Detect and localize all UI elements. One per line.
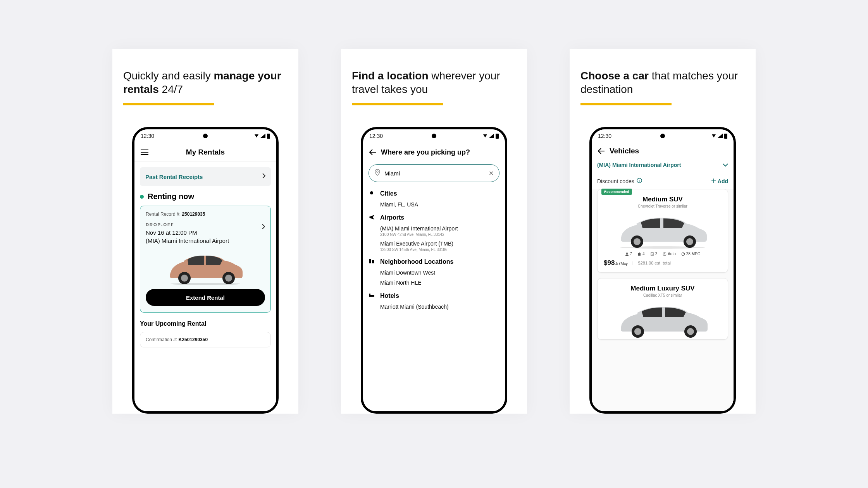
statusbar-time: 12:30 xyxy=(141,133,154,139)
info-icon[interactable]: i xyxy=(637,178,642,184)
signal-icon xyxy=(717,134,723,138)
svg-point-4 xyxy=(170,283,240,285)
wifi-icon xyxy=(712,134,716,137)
discount-label: Discount codes xyxy=(597,178,634,184)
spec-value: 4 xyxy=(642,252,645,256)
panel2-headline: Find a location wherever your travel tak… xyxy=(352,69,516,96)
camera-dot xyxy=(432,134,436,138)
dropoff-label: DROP-OFF xyxy=(146,222,229,227)
svg-point-6 xyxy=(370,191,373,194)
signal-icon xyxy=(489,134,494,138)
svg-point-16 xyxy=(686,238,693,245)
battery-icon xyxy=(496,134,499,139)
dropoff-when: Nov 16 at 12:00 PM xyxy=(146,229,229,236)
screen-title: Where are you picking up? xyxy=(376,148,499,156)
result-text: Miami North HLE xyxy=(380,280,499,286)
battery-icon xyxy=(724,134,727,139)
svg-rect-8 xyxy=(372,260,374,263)
vehicle-title: Medium Luxury SUV xyxy=(598,278,728,292)
vehicles-list: Recommended Medium SUV Chevrolet Travers… xyxy=(592,189,734,411)
headline-text-pre: Quickly and easily xyxy=(123,70,214,82)
current-rental-card[interactable]: Rental Record #: 250129035 DROP-OFF Nov … xyxy=(140,206,271,313)
chevron-right-icon xyxy=(262,173,265,180)
screen-title: Vehicles xyxy=(605,147,727,155)
back-arrow-icon[interactable] xyxy=(598,148,605,154)
category-label: Neighborhood Locations xyxy=(380,258,453,265)
svg-point-18 xyxy=(626,253,628,254)
search-field-wrap[interactable]: ✕ xyxy=(369,164,499,182)
statusbar: 12:30 xyxy=(134,129,276,143)
marketing-panel-3: Choose a car that matches your destinati… xyxy=(570,49,756,414)
panel3-headline: Choose a car that matches your destinati… xyxy=(580,69,745,96)
upcoming-rental-card[interactable]: Confirmation #: K2501290350 xyxy=(140,332,271,347)
panel1-headline: Quickly and easily manage your rentals 2… xyxy=(123,69,288,96)
result-hotel[interactable]: Marriott Miami (Southbeach) xyxy=(369,304,499,310)
add-discount-button[interactable]: Add xyxy=(711,178,728,184)
result-airport[interactable]: (MIA) Miami International Airport 2100 N… xyxy=(369,225,499,237)
add-label: Add xyxy=(718,178,728,184)
result-text: Miami, FL, USA xyxy=(380,201,499,208)
vehicle-image xyxy=(598,297,728,339)
vehicle-subtitle: Chevrolet Traverse or similar xyxy=(598,204,728,208)
price-dollars: $98 xyxy=(604,259,615,266)
confirmation-number: K2501290350 xyxy=(179,337,208,342)
headline-text-bold: Choose a car xyxy=(580,70,649,82)
statusbar: 12:30 xyxy=(363,129,505,143)
chevron-right-icon[interactable] xyxy=(262,224,265,231)
airplane-icon xyxy=(369,214,375,222)
svg-point-5 xyxy=(377,171,378,172)
vehicle-card[interactable]: Medium Luxury SUV Cadillac XT5 or simila… xyxy=(597,278,728,340)
status-icons xyxy=(483,134,499,139)
battery-icon xyxy=(267,134,270,139)
category-cities: Cities xyxy=(369,190,499,198)
spec-value: Auto xyxy=(668,252,676,256)
result-neighborhood[interactable]: Miami Downtown West xyxy=(369,270,499,276)
location-search-body: ✕ Cities Miami, FL, USA Airports (MIA) M… xyxy=(363,162,505,314)
plus-icon xyxy=(711,178,716,184)
statusbar-time: 12:30 xyxy=(369,133,383,139)
building-icon xyxy=(369,258,375,266)
category-label: Cities xyxy=(380,190,397,197)
car-image xyxy=(146,248,265,285)
result-city[interactable]: Miami, FL, USA xyxy=(369,201,499,208)
statusbar: 12:30 xyxy=(592,129,734,143)
vehicle-image xyxy=(598,208,728,250)
spec-transmission: Auto xyxy=(663,252,676,256)
svg-point-26 xyxy=(634,328,641,335)
svg-point-14 xyxy=(634,238,641,245)
vehicle-subtitle: Cadillac XT5 or similar xyxy=(598,293,728,297)
category-hotels: Hotels xyxy=(369,292,499,300)
panel2-underline xyxy=(352,103,443,105)
discount-codes-row: Discount codes i Add xyxy=(592,173,734,189)
location-selector[interactable]: (MIA) Miami International Airport xyxy=(592,160,734,173)
result-neighborhood[interactable]: Miami North HLE xyxy=(369,280,499,286)
dropoff-info: DROP-OFF Nov 16 at 12:00 PM (MIA) Miami … xyxy=(146,222,229,248)
phone-screen-2: 12:30 Where are you picking up? ✕ xyxy=(363,129,505,411)
back-arrow-icon[interactable] xyxy=(369,149,376,155)
my-rentals-body: Past Rental Receipts Renting now Rental … xyxy=(134,162,276,347)
svg-point-28 xyxy=(687,328,694,335)
clear-icon[interactable]: ✕ xyxy=(489,170,494,177)
search-input[interactable] xyxy=(384,170,485,177)
appbar: My Rentals xyxy=(134,143,276,162)
camera-dot xyxy=(203,134,208,138)
result-text: Marriott Miami (Southbeach) xyxy=(380,304,499,310)
vehicle-card[interactable]: Recommended Medium SUV Chevrolet Travers… xyxy=(597,189,728,273)
result-airport[interactable]: Miami Executive Airport (TMB) 12800 SW 1… xyxy=(369,241,499,252)
upcoming-label: Your Upcoming Rental xyxy=(140,320,271,327)
category-airports: Airports xyxy=(369,214,499,222)
spec-people: 7 xyxy=(625,252,632,256)
record-label: Rental Record #: xyxy=(146,211,182,217)
bed-icon xyxy=(369,292,375,300)
wifi-icon xyxy=(255,134,258,137)
extend-rental-button[interactable]: Extend Rental xyxy=(146,289,265,306)
location-text: (MIA) Miami International Airport xyxy=(597,162,681,168)
price-per: /day xyxy=(621,262,628,266)
dropoff-location: (MIA) Miami International Airport xyxy=(146,237,229,244)
hamburger-icon[interactable] xyxy=(141,149,148,155)
svg-rect-19 xyxy=(638,253,641,256)
past-receipts-row[interactable]: Past Rental Receipts xyxy=(140,167,271,186)
svg-rect-7 xyxy=(369,259,371,263)
svg-rect-20 xyxy=(639,253,640,253)
spec-value: 28 MPG xyxy=(686,252,701,256)
